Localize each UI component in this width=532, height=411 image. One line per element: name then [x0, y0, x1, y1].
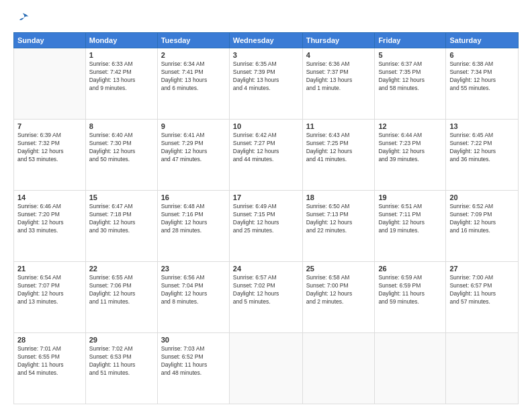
logo-bird-icon	[16, 12, 30, 26]
day-number: 9	[161, 122, 226, 130]
calendar-cell: 7Sunrise: 6:39 AM Sunset: 7:32 PM Daylig…	[14, 120, 86, 191]
day-info: Sunrise: 6:52 AM Sunset: 7:09 PM Dayligh…	[449, 203, 515, 235]
week-row-1: 1Sunrise: 6:33 AM Sunset: 7:42 PM Daylig…	[14, 48, 519, 120]
day-number: 25	[306, 265, 371, 273]
day-number: 20	[449, 193, 515, 201]
calendar-cell: 23Sunrise: 6:56 AM Sunset: 7:04 PM Dayli…	[157, 262, 229, 333]
page: SundayMondayTuesdayWednesdayThursdayFrid…	[0, 0, 532, 411]
day-info: Sunrise: 6:45 AM Sunset: 7:22 PM Dayligh…	[449, 132, 515, 164]
day-info: Sunrise: 6:50 AM Sunset: 7:13 PM Dayligh…	[306, 203, 371, 235]
day-number: 8	[89, 122, 154, 130]
day-info: Sunrise: 6:44 AM Sunset: 7:23 PM Dayligh…	[378, 132, 442, 164]
weekday-header-wednesday: Wednesday	[229, 33, 302, 48]
day-number: 19	[378, 193, 442, 201]
calendar-table: SundayMondayTuesdayWednesdayThursdayFrid…	[13, 32, 519, 404]
day-number: 13	[449, 122, 515, 130]
calendar-cell: 13Sunrise: 6:45 AM Sunset: 7:22 PM Dayli…	[446, 120, 519, 191]
calendar-cell: 29Sunrise: 7:02 AM Sunset: 6:53 PM Dayli…	[85, 333, 157, 404]
day-info: Sunrise: 6:54 AM Sunset: 7:07 PM Dayligh…	[17, 274, 82, 306]
day-number: 11	[306, 122, 371, 130]
day-number: 21	[17, 265, 82, 273]
calendar-cell	[446, 333, 519, 404]
day-number: 28	[17, 336, 82, 344]
week-row-4: 21Sunrise: 6:54 AM Sunset: 7:07 PM Dayli…	[14, 262, 519, 333]
day-info: Sunrise: 6:59 AM Sunset: 6:59 PM Dayligh…	[378, 274, 442, 306]
day-info: Sunrise: 6:39 AM Sunset: 7:32 PM Dayligh…	[17, 132, 82, 164]
day-info: Sunrise: 6:33 AM Sunset: 7:42 PM Dayligh…	[89, 60, 154, 93]
day-number: 17	[233, 193, 299, 201]
calendar-cell	[229, 333, 302, 404]
day-number: 27	[449, 265, 515, 273]
day-number: 16	[161, 193, 226, 201]
day-number: 24	[233, 265, 299, 273]
calendar-cell: 18Sunrise: 6:50 AM Sunset: 7:13 PM Dayli…	[302, 191, 375, 262]
calendar-cell: 12Sunrise: 6:44 AM Sunset: 7:23 PM Dayli…	[375, 120, 446, 191]
day-info: Sunrise: 6:34 AM Sunset: 7:41 PM Dayligh…	[161, 60, 226, 93]
day-number: 1	[89, 51, 154, 59]
day-info: Sunrise: 6:51 AM Sunset: 7:11 PM Dayligh…	[378, 203, 442, 235]
day-number: 12	[378, 122, 442, 130]
calendar-cell: 25Sunrise: 6:58 AM Sunset: 7:00 PM Dayli…	[302, 262, 375, 333]
day-info: Sunrise: 6:41 AM Sunset: 7:29 PM Dayligh…	[161, 132, 226, 164]
day-info: Sunrise: 6:37 AM Sunset: 7:35 PM Dayligh…	[378, 60, 442, 93]
calendar-cell: 3Sunrise: 6:35 AM Sunset: 7:39 PM Daylig…	[229, 48, 302, 120]
day-info: Sunrise: 7:03 AM Sunset: 6:52 PM Dayligh…	[161, 345, 226, 377]
weekday-header-tuesday: Tuesday	[157, 33, 229, 48]
weekday-header-saturday: Saturday	[446, 33, 519, 48]
calendar-cell: 4Sunrise: 6:36 AM Sunset: 7:37 PM Daylig…	[302, 48, 375, 120]
calendar-cell: 6Sunrise: 6:38 AM Sunset: 7:34 PM Daylig…	[446, 48, 519, 120]
calendar-cell: 28Sunrise: 7:01 AM Sunset: 6:55 PM Dayli…	[14, 333, 86, 404]
day-number: 18	[306, 193, 371, 201]
weekday-header-friday: Friday	[375, 33, 446, 48]
day-number: 5	[378, 51, 442, 59]
day-number: 26	[378, 265, 442, 273]
calendar-cell: 24Sunrise: 6:57 AM Sunset: 7:02 PM Dayli…	[229, 262, 302, 333]
day-info: Sunrise: 6:56 AM Sunset: 7:04 PM Dayligh…	[161, 274, 226, 306]
week-row-2: 7Sunrise: 6:39 AM Sunset: 7:32 PM Daylig…	[14, 120, 519, 191]
week-row-5: 28Sunrise: 7:01 AM Sunset: 6:55 PM Dayli…	[14, 333, 519, 404]
calendar-cell	[302, 333, 375, 404]
calendar-cell: 8Sunrise: 6:40 AM Sunset: 7:30 PM Daylig…	[85, 120, 157, 191]
weekday-header-sunday: Sunday	[14, 33, 86, 48]
day-number: 3	[233, 51, 299, 59]
weekday-header-row: SundayMondayTuesdayWednesdayThursdayFrid…	[14, 33, 519, 48]
day-number: 4	[306, 51, 371, 59]
day-number: 23	[161, 265, 226, 273]
calendar-cell: 27Sunrise: 7:00 AM Sunset: 6:57 PM Dayli…	[446, 262, 519, 333]
day-number: 6	[449, 51, 515, 59]
day-info: Sunrise: 6:57 AM Sunset: 7:02 PM Dayligh…	[233, 274, 299, 306]
header	[13, 12, 519, 26]
calendar-cell	[375, 333, 446, 404]
day-info: Sunrise: 6:47 AM Sunset: 7:18 PM Dayligh…	[89, 203, 154, 235]
day-info: Sunrise: 6:49 AM Sunset: 7:15 PM Dayligh…	[233, 203, 299, 235]
calendar-cell: 30Sunrise: 7:03 AM Sunset: 6:52 PM Dayli…	[157, 333, 229, 404]
day-info: Sunrise: 7:02 AM Sunset: 6:53 PM Dayligh…	[89, 345, 154, 377]
day-number: 30	[161, 336, 226, 344]
day-number: 14	[17, 193, 82, 201]
day-info: Sunrise: 6:40 AM Sunset: 7:30 PM Dayligh…	[89, 132, 154, 164]
calendar-cell: 16Sunrise: 6:48 AM Sunset: 7:16 PM Dayli…	[157, 191, 229, 262]
day-number: 2	[161, 51, 226, 59]
day-number: 29	[89, 336, 154, 344]
day-info: Sunrise: 6:36 AM Sunset: 7:37 PM Dayligh…	[306, 60, 371, 93]
calendar-cell: 5Sunrise: 6:37 AM Sunset: 7:35 PM Daylig…	[375, 48, 446, 120]
calendar-cell: 26Sunrise: 6:59 AM Sunset: 6:59 PM Dayli…	[375, 262, 446, 333]
calendar-cell: 2Sunrise: 6:34 AM Sunset: 7:41 PM Daylig…	[157, 48, 229, 120]
day-number: 22	[89, 265, 154, 273]
weekday-header-thursday: Thursday	[302, 33, 375, 48]
calendar-cell: 20Sunrise: 6:52 AM Sunset: 7:09 PM Dayli…	[446, 191, 519, 262]
week-row-3: 14Sunrise: 6:46 AM Sunset: 7:20 PM Dayli…	[14, 191, 519, 262]
calendar-cell: 19Sunrise: 6:51 AM Sunset: 7:11 PM Dayli…	[375, 191, 446, 262]
day-number: 15	[89, 193, 154, 201]
calendar-cell: 11Sunrise: 6:43 AM Sunset: 7:25 PM Dayli…	[302, 120, 375, 191]
calendar-cell: 22Sunrise: 6:55 AM Sunset: 7:06 PM Dayli…	[85, 262, 157, 333]
calendar-cell	[14, 48, 86, 120]
day-number: 10	[233, 122, 299, 130]
weekday-header-monday: Monday	[85, 33, 157, 48]
calendar-cell: 21Sunrise: 6:54 AM Sunset: 7:07 PM Dayli…	[14, 262, 86, 333]
calendar-cell: 10Sunrise: 6:42 AM Sunset: 7:27 PM Dayli…	[229, 120, 302, 191]
day-info: Sunrise: 6:46 AM Sunset: 7:20 PM Dayligh…	[17, 203, 82, 235]
logo	[13, 12, 31, 26]
day-info: Sunrise: 6:42 AM Sunset: 7:27 PM Dayligh…	[233, 132, 299, 164]
day-info: Sunrise: 6:58 AM Sunset: 7:00 PM Dayligh…	[306, 274, 371, 306]
